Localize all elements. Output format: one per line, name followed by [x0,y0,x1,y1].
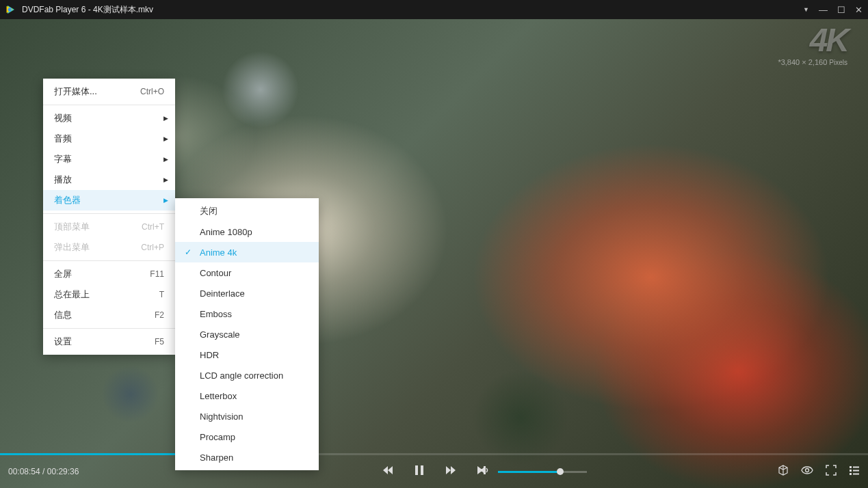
volume-icon[interactable] [479,465,490,478]
menu-separator [43,105,175,105]
volume-fill [498,471,560,473]
menu-popup-menu: 弹出菜单 Ctrl+P [43,237,175,258]
menu-info[interactable]: 信息 F2 [43,305,175,325]
menu-separator [43,260,175,261]
chevron-right-icon: ▶ [163,156,168,163]
context-menu: 打开媒体... Ctrl+O 视频 ▶ 音频 ▶ 字幕 ▶ 播放 ▶ 着色器 ▶… [43,79,175,355]
shader-sharpen[interactable]: Sharpen [175,447,319,467]
window-controls: ▼ — ☐ ✕ [803,5,863,15]
shader-procamp[interactable]: Procamp [175,426,319,447]
chevron-right-icon: ▶ [163,197,168,204]
shader-lcd[interactable]: LCD angle correction [175,365,319,385]
shader-anime-4k[interactable]: Anime 4k [175,242,319,262]
badge-4k-text: 4K [778,24,847,57]
shader-hdr[interactable]: HDR [175,344,319,365]
rewind-button[interactable] [382,464,394,479]
chevron-right-icon: ▶ [163,176,168,183]
svg-rect-2 [421,465,423,475]
svg-point-4 [806,469,809,472]
svg-rect-5 [850,466,852,468]
menu-top-menu: 顶部菜单 Ctrl+T [43,217,175,237]
shader-emboss[interactable]: Emboss [175,303,319,324]
menu-shader[interactable]: 着色器 ▶ [43,190,175,211]
dropdown-icon[interactable]: ▼ [803,6,809,13]
svg-point-0 [8,8,12,12]
right-controls [778,465,860,478]
shader-anime-1080p[interactable]: Anime 1080p [175,221,319,242]
volume-control [479,465,587,478]
progress-bar[interactable] [0,453,868,455]
volume-slider[interactable] [498,471,587,473]
pause-button[interactable] [413,464,425,479]
player-controls: 00:08:54 / 00:29:36 [0,455,868,488]
forward-button[interactable] [445,464,457,479]
chevron-right-icon: ▶ [163,135,168,142]
menu-playback[interactable]: 播放 ▶ [43,170,175,190]
eye-icon[interactable] [801,465,813,478]
menu-video[interactable]: 视频 ▶ [43,108,175,128]
svg-rect-9 [850,473,852,475]
svg-rect-6 [853,467,859,468]
shader-contour[interactable]: Contour [175,262,319,283]
window-title: DVDFab Player 6 - 4K测试样本.mkv [22,4,803,16]
volume-thumb[interactable] [557,468,564,475]
menu-fullscreen[interactable]: 全屏 F11 [43,264,175,284]
app-window: DVDFab Player 6 - 4K测试样本.mkv ▼ — ☐ ✕ 4K … [0,0,868,488]
maximize-button[interactable]: ☐ [837,5,845,15]
resolution-badge: 4K *3,840 × 2,160 Pixels [778,24,847,66]
menu-separator [43,213,175,214]
shader-letterbox[interactable]: Letterbox [175,385,319,406]
badge-resolution: *3,840 × 2,160 Pixels [778,58,847,66]
menu-audio[interactable]: 音频 ▶ [43,128,175,149]
menu-open-media[interactable]: 打开媒体... Ctrl+O [43,81,175,102]
menu-subtitle[interactable]: 字幕 ▶ [43,149,175,170]
app-logo-icon [5,4,16,15]
menu-separator [43,328,175,329]
cube-icon[interactable] [778,465,789,478]
shader-off[interactable]: 关闭 [175,201,319,221]
svg-rect-1 [415,465,418,475]
svg-rect-7 [850,470,852,472]
shader-submenu: 关闭 Anime 1080p Anime 4k Contour Deinterl… [175,198,319,470]
fullscreen-icon[interactable] [826,465,837,478]
shader-deinterlace[interactable]: Deinterlace [175,283,319,303]
shader-nightvision[interactable]: Nightvision [175,406,319,426]
close-button[interactable]: ✕ [855,5,863,15]
shader-grayscale[interactable]: Grayscale [175,324,319,344]
playlist-icon[interactable] [849,465,860,478]
svg-rect-8 [853,470,859,472]
transport-controls [382,464,487,479]
titlebar[interactable]: DVDFab Player 6 - 4K测试样本.mkv ▼ — ☐ ✕ [0,0,868,19]
chevron-right-icon: ▶ [163,115,168,122]
time-display: 00:08:54 / 00:29:36 [8,467,79,476]
svg-rect-10 [853,474,859,475]
menu-settings[interactable]: 设置 F5 [43,331,175,352]
menu-always-on-top[interactable]: 总在最上 T [43,284,175,305]
minimize-button[interactable]: — [819,5,828,15]
